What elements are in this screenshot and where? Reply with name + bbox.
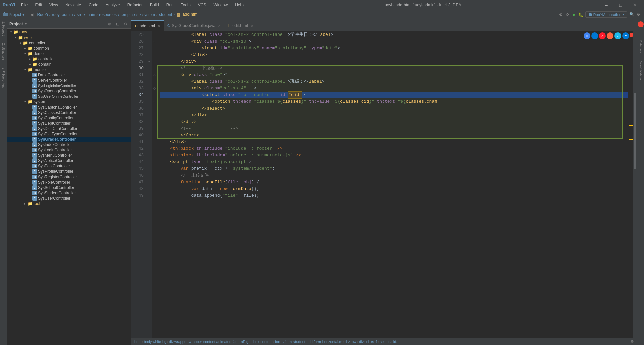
chrome-icon[interactable] <box>584 32 590 39</box>
code-content[interactable]: <label class="col-sm-2 control-label">学生… <box>157 31 628 338</box>
menu-code[interactable]: Code <box>87 2 100 8</box>
scrollbar-thumb[interactable] <box>634 93 636 169</box>
right-sidebar-database[interactable]: Database <box>639 39 643 55</box>
tree-item-grade[interactable]: C SysGradeController <box>7 137 131 142</box>
tab-edit-html-close[interactable]: ✕ <box>251 24 253 28</box>
tree-item-user[interactable]: C SysUserController <box>7 196 131 201</box>
tree-item-profile[interactable]: C SysProfileController <box>7 169 131 174</box>
right-sidebar-bean[interactable]: Bean Validation <box>639 59 643 83</box>
tree-item-ruoyi[interactable]: ▾ 📁 ruoyi <box>7 29 131 35</box>
tree-item-dicttype[interactable]: C SysDictTypeController <box>7 131 131 137</box>
ie-icon[interactable]: e <box>614 32 621 39</box>
toolbar-search[interactable]: 🔍 <box>629 11 635 17</box>
edge2-icon[interactable] <box>622 32 629 39</box>
breadcrumb-ruoyi[interactable]: RuoYi <box>37 12 48 17</box>
html-file-icon: H <box>176 12 181 17</box>
tree-item-useronline[interactable]: C SysUserOnlineController <box>7 94 131 99</box>
tree-item-logininfor[interactable]: C SysLogininforController <box>7 83 131 88</box>
breadcrumb-src[interactable]: src <box>77 12 82 17</box>
menu-edit[interactable]: Edit <box>34 2 43 8</box>
panel-title: Project <box>9 22 23 26</box>
close-button[interactable]: ✕ <box>628 0 641 10</box>
menu-tools[interactable]: Tools <box>180 2 192 8</box>
tree-item-server[interactable]: C ServerController <box>7 78 131 83</box>
tab-grade-close[interactable]: ✕ <box>218 24 221 28</box>
tree-item-student[interactable]: C SysStudentController <box>7 190 131 196</box>
tree-item-demo-controller[interactable]: ▸ 📁 controller <box>7 56 131 62</box>
tree-item-dictdata[interactable]: C SysDictDataController <box>7 126 131 131</box>
toolbar-btn-1[interactable]: ⟲ <box>558 12 564 18</box>
tree-item-tool[interactable]: ▸ 📁 tool <box>7 201 131 206</box>
tab-grade-controller[interactable]: C SysGradeController.java ✕ <box>164 20 224 31</box>
tree-item-dept[interactable]: C SysDeptController <box>7 121 131 126</box>
title-bar-left: RuoYi File Edit View Navigate Code Analy… <box>3 2 245 8</box>
svg-text:O: O <box>601 35 603 37</box>
minimize-button[interactable]: – <box>600 0 613 10</box>
menu-view[interactable]: View <box>48 2 59 8</box>
tree-item-school[interactable]: C SysSchoolController <box>7 185 131 190</box>
tree-item-common[interactable]: ▸ 📁 common <box>7 46 131 51</box>
panel-expand-btn[interactable]: ⊟ <box>114 21 121 27</box>
menu-window[interactable]: Window <box>212 2 229 8</box>
menu-build[interactable]: Build <box>149 2 160 8</box>
toolbar-btn-run[interactable]: ▶ <box>571 12 577 18</box>
tree-item-monitor[interactable]: ▾ 📁 monitor <box>7 67 131 72</box>
tree-item-notice[interactable]: C SysNoticeController <box>7 158 131 163</box>
tree-item-classes[interactable]: C SysClassesController <box>7 110 131 115</box>
tree-item-operlog[interactable]: C SysOperlogController <box>7 88 131 94</box>
breadcrumb-main[interactable]: main <box>86 12 95 17</box>
sidebar-project-tab[interactable]: 1: Project <box>1 19 6 38</box>
menu-navigate[interactable]: Navigate <box>64 2 83 8</box>
tree-item-register[interactable]: C SysRegisterController <box>7 174 131 180</box>
opera-gx-icon[interactable] <box>607 32 613 39</box>
panel-icons: ⊕ ⊟ ⚙ <box>106 21 129 27</box>
tree-item-role[interactable]: C SysRoleController <box>7 180 131 185</box>
breadcrumb-templates[interactable]: templates <box>121 12 138 17</box>
toolbar-btn-2[interactable]: ⟳ <box>565 12 571 18</box>
run-config-selector[interactable]: R RuoYiApplication ▾ <box>585 11 627 18</box>
tree-item-domain[interactable]: ▸ 📁 domain <box>7 62 131 67</box>
tree-item-captcha[interactable]: C SysCaptchaController <box>7 105 131 110</box>
vertical-scrollbar[interactable] <box>633 31 637 338</box>
tree-item-config[interactable]: C SysConfigController <box>7 115 131 121</box>
menu-analyze[interactable]: Analyze <box>104 2 121 8</box>
panel-collapse-btn[interactable]: ⊕ <box>106 21 113 27</box>
breadcrumb-student[interactable]: student <box>159 12 172 17</box>
menu-help[interactable]: Help <box>234 2 245 8</box>
ctx-body: body.white-bg <box>144 340 166 344</box>
menu-file[interactable]: File <box>20 2 29 8</box>
tree-item-post[interactable]: C SysPostController <box>7 163 131 169</box>
code-line-49: data.append("file", file); <box>160 192 628 199</box>
sidebar-structure-tab[interactable]: 2: Structure <box>1 41 6 62</box>
opera-icon[interactable]: O <box>599 32 606 39</box>
tree-item-demo[interactable]: ▾ 📁 demo <box>7 51 131 56</box>
breadcrumb-ruoyiadmin[interactable]: ruoyi-admin <box>52 12 73 17</box>
menu-vcs[interactable]: VCS <box>197 2 208 8</box>
maximize-button[interactable]: □ <box>614 0 627 10</box>
tree-item-druid[interactable]: C DruidController <box>7 72 131 78</box>
tab-add-html-close[interactable]: ✕ <box>158 24 160 28</box>
sidebar-favorites-tab[interactable]: 2★ Favorites <box>1 66 6 90</box>
menu-run[interactable]: Run <box>165 2 175 8</box>
edge-icon[interactable] <box>591 32 598 39</box>
breadcrumb-resources[interactable]: resources <box>99 12 117 17</box>
settings-gear[interactable]: ⚙ <box>631 339 634 344</box>
panel-settings-btn[interactable]: ⚙ <box>122 21 129 27</box>
tree-item-menu[interactable]: C SysMenuController <box>7 153 131 158</box>
tab-edit-html[interactable]: H edit.html ✕ <box>224 20 257 31</box>
toolbar-settings[interactable]: ⚙ <box>635 11 641 17</box>
breadcrumb-file[interactable]: H add.html <box>176 12 198 17</box>
menu-refactor[interactable]: Refactor <box>126 2 144 8</box>
tree-item-system[interactable]: ▾ 📁 system <box>7 99 131 105</box>
tree-item-controller[interactable]: ▾ 📁 controller <box>7 40 131 46</box>
breadcrumb-system[interactable]: system <box>142 12 155 17</box>
warning-stripe-2 <box>629 139 633 140</box>
ctx-html: html <box>134 340 141 344</box>
toolbar-btn-debug[interactable]: 🐛 <box>578 12 584 18</box>
notification-dot[interactable] <box>638 21 644 27</box>
breadcrumb-project[interactable]: Project <box>9 12 21 17</box>
tree-item-login[interactable]: C SysLoginController <box>7 147 131 153</box>
tree-item-index[interactable]: C SysIndexController <box>7 142 131 147</box>
tab-add-html[interactable]: H add.html ✕ <box>131 20 164 31</box>
tree-item-web[interactable]: ▾ 📁 web <box>7 35 131 40</box>
